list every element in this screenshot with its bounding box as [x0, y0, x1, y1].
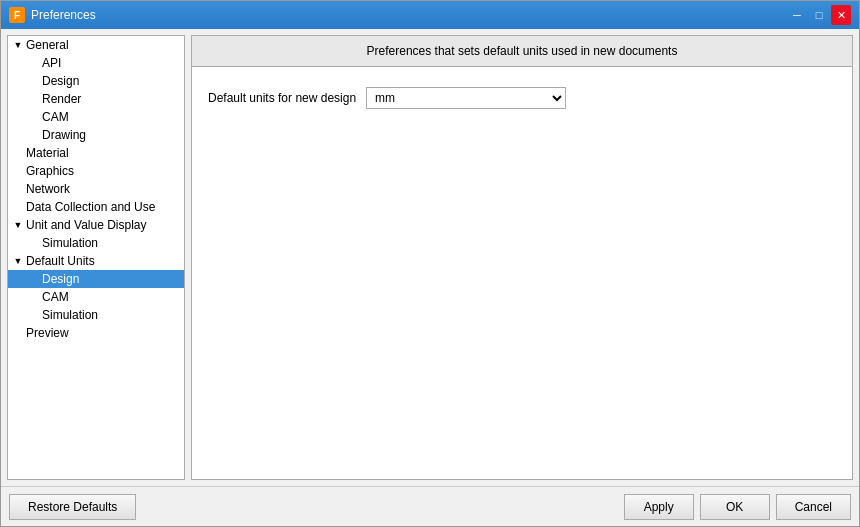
sidebar-item-unit-value[interactable]: ▼Unit and Value Display [8, 216, 184, 234]
sidebar-item-material[interactable]: Material [8, 144, 184, 162]
sidebar-item-data-collection[interactable]: Data Collection and Use [8, 198, 184, 216]
sidebar-item-default-units[interactable]: ▼Default Units [8, 252, 184, 270]
sidebar-label-unit-value: Unit and Value Display [26, 218, 147, 232]
default-units-row: Default units for new design mmcmminft [208, 87, 836, 109]
sidebar-label-network: Network [26, 182, 70, 196]
sidebar-item-api[interactable]: API [8, 54, 184, 72]
general-arrow-icon: ▼ [12, 39, 24, 51]
sidebar-item-cam[interactable]: CAM [8, 108, 184, 126]
sidebar-label-material: Material [26, 146, 69, 160]
units-dropdown[interactable]: mmcmminft [366, 87, 566, 109]
sidebar-item-graphics[interactable]: Graphics [8, 162, 184, 180]
default-units-label: Default units for new design [208, 91, 356, 105]
main-panel: Preferences that sets default units used… [191, 35, 853, 480]
sidebar-item-simulation-uv[interactable]: Simulation [8, 234, 184, 252]
sidebar-label-data-collection: Data Collection and Use [26, 200, 155, 214]
panel-header: Preferences that sets default units used… [192, 36, 852, 67]
sidebar-item-design[interactable]: Design [8, 72, 184, 90]
default-units-arrow-icon: ▼ [12, 255, 24, 267]
preferences-window: F Preferences ─ □ ✕ ▼GeneralAPIDesignRen… [0, 0, 860, 527]
panel-body: Default units for new design mmcmminft [192, 67, 852, 479]
sidebar-label-api: API [42, 56, 61, 70]
ok-button[interactable]: OK [700, 494, 770, 520]
bottom-bar: Restore Defaults Apply OK Cancel [1, 486, 859, 526]
apply-button[interactable]: Apply [624, 494, 694, 520]
sidebar-label-cam: CAM [42, 110, 69, 124]
content-area: ▼GeneralAPIDesignRenderCAMDrawingMateria… [1, 29, 859, 486]
restore-defaults-button[interactable]: Restore Defaults [9, 494, 136, 520]
sidebar-item-simulation-du[interactable]: Simulation [8, 306, 184, 324]
sidebar-label-preview: Preview [26, 326, 69, 340]
sidebar-item-general[interactable]: ▼General [8, 36, 184, 54]
sidebar-label-design-du: Design [42, 272, 79, 286]
bottom-right-buttons: Apply OK Cancel [624, 494, 851, 520]
sidebar-label-simulation-uv: Simulation [42, 236, 98, 250]
sidebar-item-network[interactable]: Network [8, 180, 184, 198]
title-bar-left: F Preferences [9, 7, 96, 23]
unit-value-arrow-icon: ▼ [12, 219, 24, 231]
sidebar-label-simulation-du: Simulation [42, 308, 98, 322]
sidebar-label-graphics: Graphics [26, 164, 74, 178]
app-icon: F [9, 7, 25, 23]
sidebar-item-preview[interactable]: Preview [8, 324, 184, 342]
sidebar-item-cam-du[interactable]: CAM [8, 288, 184, 306]
window-title: Preferences [31, 8, 96, 22]
close-button[interactable]: ✕ [831, 5, 851, 25]
sidebar-item-design-du[interactable]: Design [8, 270, 184, 288]
minimize-button[interactable]: ─ [787, 5, 807, 25]
sidebar-label-general: General [26, 38, 69, 52]
sidebar-label-cam-du: CAM [42, 290, 69, 304]
sidebar: ▼GeneralAPIDesignRenderCAMDrawingMateria… [7, 35, 185, 480]
title-bar-controls: ─ □ ✕ [787, 5, 851, 25]
sidebar-label-design: Design [42, 74, 79, 88]
sidebar-item-drawing[interactable]: Drawing [8, 126, 184, 144]
sidebar-label-default-units: Default Units [26, 254, 95, 268]
title-bar: F Preferences ─ □ ✕ [1, 1, 859, 29]
sidebar-label-render: Render [42, 92, 81, 106]
sidebar-item-render[interactable]: Render [8, 90, 184, 108]
maximize-button[interactable]: □ [809, 5, 829, 25]
sidebar-label-drawing: Drawing [42, 128, 86, 142]
cancel-button[interactable]: Cancel [776, 494, 851, 520]
